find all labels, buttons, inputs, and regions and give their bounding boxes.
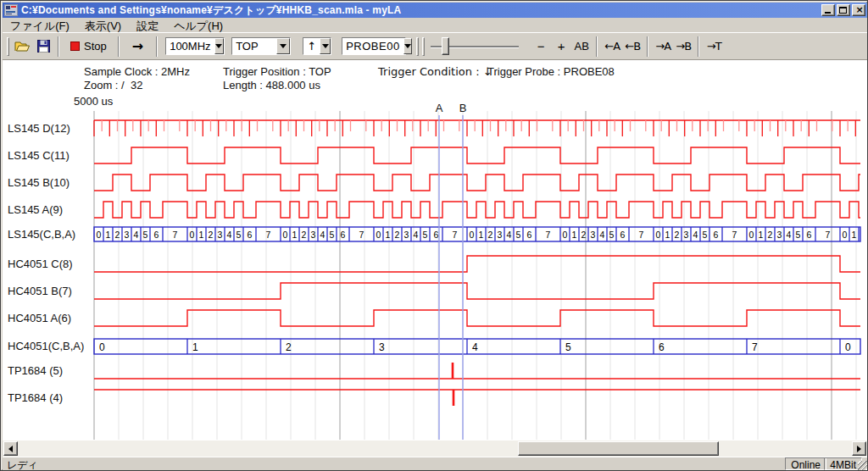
menu-bar: ファイル(F) 表示(V) 設定 ヘルプ(H) (3, 18, 867, 32)
channel-tp1684-4- (94, 390, 860, 406)
horizontal-scrollbar[interactable] (3, 441, 867, 457)
goto-trigger-button[interactable]: →T (704, 36, 724, 57)
open-file-button[interactable] (12, 36, 33, 57)
zoom-ab-button[interactable]: AB (571, 36, 592, 57)
svg-text:1: 1 (852, 230, 857, 240)
svg-text:0: 0 (656, 230, 661, 240)
app-icon (4, 4, 18, 16)
toolbar-separator (596, 36, 598, 57)
svg-text:4: 4 (414, 230, 419, 240)
svg-text:6: 6 (620, 230, 626, 240)
menu-view[interactable]: 表示(V) (77, 19, 129, 32)
toolbar-separator (698, 36, 699, 57)
svg-text:4: 4 (320, 230, 326, 240)
svg-text:7: 7 (546, 230, 551, 240)
channel-label: HC4051(C,B,A) (8, 340, 84, 352)
svg-text:7: 7 (639, 230, 644, 240)
save-button[interactable] (33, 36, 53, 57)
zoom-out-button[interactable]: − (531, 36, 551, 57)
resize-grip-icon[interactable] (858, 461, 868, 471)
channel-label: HC4051 C(8) (8, 258, 73, 270)
scrollbar-thumb[interactable] (518, 441, 719, 456)
close-icon: × (853, 4, 866, 15)
channel-label: TP1684 (5) (8, 364, 63, 377)
menu-settings[interactable]: 設定 (129, 19, 166, 32)
svg-text:5: 5 (609, 230, 615, 240)
svg-text:2: 2 (209, 230, 214, 240)
goto-cursor-a-button[interactable]: ←A (602, 36, 622, 57)
svg-text:4: 4 (134, 230, 139, 240)
svg-text:2: 2 (286, 341, 292, 353)
chevron-down-icon[interactable] (320, 38, 331, 54)
zoom-in-button[interactable]: + (551, 36, 571, 57)
svg-text:7: 7 (173, 230, 178, 240)
toolbar-grip[interactable] (416, 37, 419, 56)
trigger-edge-combo[interactable]: ↑ (303, 37, 331, 55)
cursor-a-label[interactable]: A (433, 102, 445, 114)
zoom-slider-thumb[interactable] (442, 37, 449, 55)
toolbar-grip[interactable] (7, 37, 9, 56)
channel-label: LS145 A(9) (8, 203, 63, 216)
svg-text:1: 1 (572, 230, 577, 240)
svg-text:2: 2 (395, 230, 400, 240)
chevron-down-icon[interactable] (214, 38, 225, 54)
svg-text:5: 5 (143, 230, 148, 240)
close-button[interactable]: × (852, 4, 865, 16)
toolbar-separator (647, 36, 648, 57)
svg-text:0: 0 (376, 230, 381, 240)
svg-text:2: 2 (488, 230, 493, 240)
svg-text:0: 0 (749, 230, 754, 240)
stop-button[interactable]: Stop (64, 36, 114, 57)
svg-text:3: 3 (777, 230, 782, 240)
svg-text:2: 2 (768, 230, 773, 240)
channel-label: LS145 C(11) (8, 149, 70, 162)
svg-text:0: 0 (843, 230, 848, 240)
run-button[interactable]: → (124, 36, 152, 57)
svg-text:7: 7 (752, 341, 758, 353)
channel-ls145-b-10- (94, 175, 860, 191)
svg-text:6: 6 (714, 230, 719, 240)
toolbar-grip[interactable] (422, 37, 425, 56)
waveform-display[interactable]: 0123456701234567012345670123456701234567… (3, 60, 867, 441)
svg-text:7: 7 (266, 230, 271, 240)
svg-text:6: 6 (807, 230, 812, 240)
goto-cursor-b-button[interactable]: ←B (622, 36, 643, 57)
trigger-position-value: TOP (232, 38, 276, 54)
svg-text:1: 1 (292, 230, 298, 240)
scroll-right-button[interactable] (852, 441, 866, 456)
cursor-b-label[interactable]: B (457, 102, 469, 114)
sample-rate-combo[interactable]: 100MHz (165, 37, 225, 55)
maximize-button[interactable] (837, 4, 850, 16)
set-cursor-b-button[interactable]: →B (673, 36, 693, 57)
trigger-probe-combo[interactable]: PROBE00 (342, 37, 406, 55)
arrow-right-icon (857, 446, 865, 452)
cursor-lines[interactable] (439, 115, 463, 440)
run-arrow-icon: → (132, 38, 143, 54)
trigger-probe-value: PROBE00 (342, 38, 403, 54)
channel-ls145-d-12- (94, 120, 860, 136)
channel-hc4051-c-b-a-: 012345670 (94, 339, 860, 354)
zoom-slider[interactable] (431, 36, 519, 57)
channel-hc4051-a-6- (94, 310, 860, 326)
scroll-left-button[interactable] (3, 441, 18, 456)
menu-file[interactable]: ファイル(F) (3, 19, 77, 32)
channel-label: LS145(C,B,A) (8, 228, 75, 241)
title-bar[interactable]: C:¥Documents and Settings¥noname¥デスクトップ¥… (3, 3, 867, 18)
window-title: C:¥Documents and Settings¥noname¥デスクトップ¥… (21, 3, 820, 18)
status-bar: レディ Online 4MBit (3, 457, 867, 470)
svg-text:6: 6 (341, 230, 346, 240)
sample-rate-value: 100MHz (166, 38, 214, 54)
open-folder-icon (14, 40, 31, 53)
chevron-down-icon[interactable] (276, 38, 290, 54)
trigger-position-combo[interactable]: TOP (231, 37, 291, 55)
svg-text:2: 2 (302, 230, 307, 240)
toolbar: Stop → 100MHz TOP ↑ PROBE00 − + AB (3, 32, 867, 60)
set-cursor-a-button[interactable]: →A (653, 36, 673, 57)
maximize-icon (839, 7, 847, 14)
minimize-button[interactable] (821, 4, 835, 16)
floppy-disk-icon (37, 40, 50, 53)
chevron-down-icon[interactable] (403, 38, 412, 54)
svg-text:1: 1 (665, 230, 670, 240)
menu-help[interactable]: ヘルプ(H) (166, 19, 231, 32)
svg-text:1: 1 (759, 230, 764, 240)
